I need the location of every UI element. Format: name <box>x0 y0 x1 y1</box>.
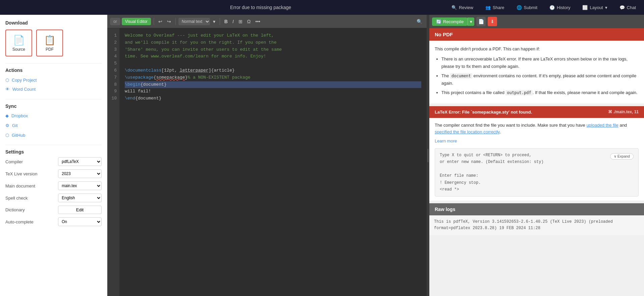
no-pdf-intro: This compile didn't produce a PDF. This … <box>435 45 639 53</box>
panel-resizer[interactable] <box>427 15 429 296</box>
spell-check-label: Spell check <box>5 196 55 201</box>
chevron-down-icon: ▾ <box>605 5 607 10</box>
toolbar-separator-2 <box>175 18 176 25</box>
raw-logs-body: This is pdfTeX, Version 3.141592653-2.6-… <box>429 215 644 235</box>
no-pdf-body: This compile didn't produce a PDF. This … <box>429 41 644 103</box>
dropbox-icon: ◆ <box>5 113 9 118</box>
source-file-icon: 📄 <box>13 35 25 46</box>
top-navigation: Error due to missing package 🔍 Review 👥 … <box>0 0 644 15</box>
raw-logs-header: Raw logs <box>429 203 644 215</box>
sync-items: ◆ Dropbox ⚙ Git ⬡ GitHub <box>5 112 102 139</box>
editor-line-3: 'Share' menu, you can invite other users… <box>125 47 282 52</box>
github-icon: ⬡ <box>5 133 9 138</box>
compiler-select[interactable]: pdfLaTeX <box>58 157 102 166</box>
submit-button[interactable]: 🌐 Submit <box>514 4 540 11</box>
refresh-icon: 🔄 <box>436 19 441 24</box>
editor-wrapper: 12345678910 Welcome to Overleaf --- just… <box>107 28 427 296</box>
recompile-group: 🔄 Recompile ▾ <box>432 17 474 26</box>
git-sync-button[interactable]: ⚙ Git <box>5 121 102 130</box>
panel-download-button[interactable]: ⬇ <box>488 17 497 26</box>
resizer-handle <box>428 149 428 162</box>
panel-file-button[interactable]: 📄 <box>476 17 486 26</box>
bold-button[interactable]: B <box>223 18 229 25</box>
editor-line-10: \end{document} <box>125 96 161 101</box>
settings-grid: Compiler pdfLaTeX TeX Live version 2023 … <box>5 157 102 226</box>
pdf-download-button[interactable]: 📋 PDF <box>36 30 63 56</box>
expand-button[interactable]: ∨ Expand <box>610 153 634 160</box>
settings-section-title: Settings <box>5 149 102 155</box>
right-panel-content: No PDF This compile didn't produce a PDF… <box>429 28 644 296</box>
editor-line-7: \usepackage{somepackage}% a NON-EXISTENT… <box>125 75 251 80</box>
file-location-link[interactable]: specified the file location correctly <box>435 129 499 134</box>
sync-section-title: Sync <box>5 103 102 109</box>
pdf-label: PDF <box>46 47 54 52</box>
toolbar-separator-3 <box>220 18 220 25</box>
visual-editor-tab[interactable]: Visual Editor <box>122 18 151 25</box>
autocomplete-select[interactable]: On <box>58 217 102 226</box>
latex-error-description: The compiler cannot find the file you wa… <box>435 122 639 136</box>
history-button[interactable]: 🕐 History <box>547 4 573 11</box>
editor-toolbar: or Visual Editor ↩ ↪ Normal text ▾ B I ⊞… <box>107 15 427 28</box>
table-button[interactable]: ⊞ <box>237 18 244 25</box>
nav-actions: 🔍 Review 👥 Share 🌐 Submit 🕐 History ⬜ La… <box>449 4 639 11</box>
review-icon: 🔍 <box>451 5 457 10</box>
git-icon: ⚙ <box>5 123 9 128</box>
tex-live-label: TeX Live version <box>5 171 55 176</box>
learn-more-link[interactable]: Learn more <box>435 138 639 145</box>
chevron-style-icon[interactable]: ▾ <box>211 18 217 25</box>
tex-live-select[interactable]: 2023 <box>58 169 102 178</box>
dictionary-label: Dictionary <box>5 207 55 212</box>
submit-icon: 🌐 <box>517 5 522 10</box>
main-container: Download 📄 Source 📋 PDF Actions ⬡ Copy P… <box>0 15 644 296</box>
error-log-box: ∨ Expand Type X to quit or <RETURN> to p… <box>435 148 639 197</box>
more-button[interactable]: ••• <box>254 18 262 25</box>
no-pdf-bullet-2: The document environment contains no con… <box>441 72 639 87</box>
source-tab[interactable]: or <box>110 18 120 25</box>
latex-error-block: LaTeX Error: File `somepackage.sty' not … <box>429 106 644 201</box>
chat-button[interactable]: 💬 Chat <box>617 4 639 11</box>
spell-check-select[interactable]: English <box>58 194 102 202</box>
omega-button[interactable]: Ω <box>246 18 252 25</box>
italic-button[interactable]: I <box>231 18 235 25</box>
search-button[interactable]: 🔍 <box>415 18 424 25</box>
no-pdf-header: No PDF <box>429 28 644 41</box>
review-button[interactable]: 🔍 Review <box>449 4 476 11</box>
redo-button[interactable]: ↪ <box>165 18 173 25</box>
chat-icon: 💬 <box>620 5 625 10</box>
layout-icon: ⬜ <box>582 5 588 10</box>
pdf-file-icon: 📋 <box>44 35 56 46</box>
download-icons: 📄 Source 📋 PDF <box>5 30 102 56</box>
copy-project-button[interactable]: ⬡ Copy Project <box>5 76 102 85</box>
github-sync-button[interactable]: ⬡ GitHub <box>5 131 102 139</box>
word-count-button[interactable]: 👁 Word Count <box>5 85 102 94</box>
layout-button[interactable]: ⬜ Layout ▾ <box>580 4 610 11</box>
dictionary-edit-button[interactable]: Edit <box>58 206 102 214</box>
no-pdf-block: No PDF This compile didn't produce a PDF… <box>429 28 644 103</box>
page-title: Error due to missing package <box>80 5 441 10</box>
latex-error-header: LaTeX Error: File `somepackage.sty' not … <box>429 106 644 118</box>
copy-icon: ⬡ <box>5 78 9 83</box>
history-icon: 🕐 <box>549 5 555 10</box>
editor-content[interactable]: Welcome to Overleaf --- just edit your L… <box>119 28 427 296</box>
right-panel: 🔄 Recompile ▾ 📄 ⬇ No PDF This compile di… <box>429 15 644 296</box>
source-label: Source <box>12 47 25 52</box>
main-doc-select[interactable]: main.tex <box>58 181 102 190</box>
dropbox-sync-button[interactable]: ◆ Dropbox <box>5 112 102 120</box>
latex-error-location: ⌘ ./main.tex, 11 <box>608 110 639 114</box>
main-doc-label: Main document <box>5 183 55 188</box>
no-pdf-bullet-3: This project contains a file called outp… <box>441 89 639 96</box>
editor-line-2: and we'll compile it for you on the righ… <box>125 40 276 45</box>
uploaded-file-link[interactable]: uploaded the file <box>586 123 618 128</box>
text-style-select[interactable]: Normal text <box>178 18 210 25</box>
recompile-dropdown-button[interactable]: ▾ <box>468 17 474 26</box>
actions-section: ⬡ Copy Project 👁 Word Count <box>5 76 102 94</box>
source-download-button[interactable]: 📄 Source <box>5 30 32 56</box>
actions-section-title: Actions <box>5 68 102 73</box>
editor-line-6: \documentclass[12pt, letterpaper]{articl… <box>125 68 235 73</box>
editor-line-4: time. See www.overleaf.com/learn for mor… <box>125 54 266 59</box>
share-button[interactable]: 👥 Share <box>483 4 507 11</box>
recompile-button[interactable]: 🔄 Recompile <box>432 17 468 26</box>
undo-button[interactable]: ↩ <box>157 18 164 25</box>
editor-line-1: Welcome to Overleaf --- just edit your L… <box>125 33 274 38</box>
sidebar: Download 📄 Source 📋 PDF Actions ⬡ Copy P… <box>0 15 107 296</box>
